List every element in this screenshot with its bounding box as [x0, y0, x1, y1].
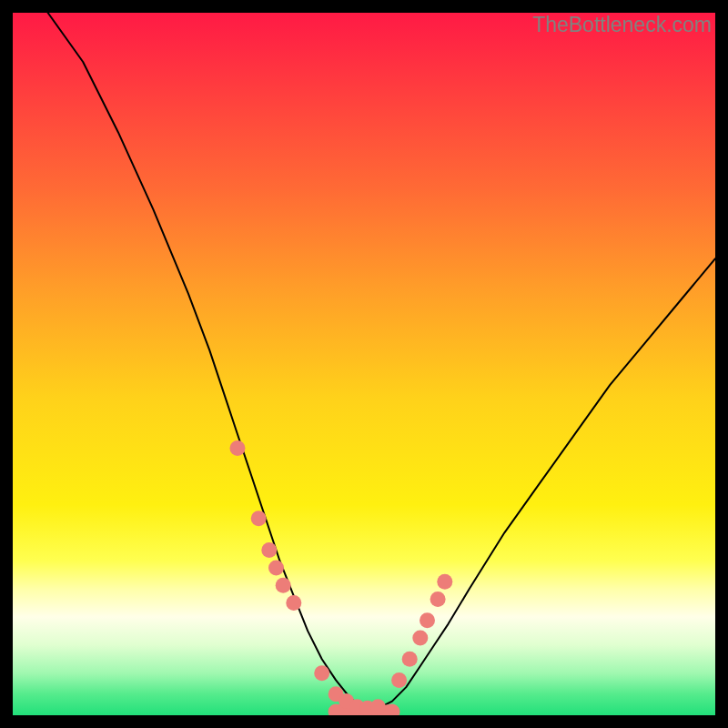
data-point [261, 542, 277, 558]
chart-plot-area [13, 13, 715, 715]
data-point [391, 672, 407, 688]
data-point [430, 592, 446, 607]
data-point [402, 652, 418, 667]
data-point [437, 574, 452, 590]
curve-left-curve [48, 13, 379, 713]
curve-right-curve [350, 258, 715, 713]
data-point [314, 665, 329, 681]
chart-curves [13, 13, 715, 715]
data-point [230, 440, 246, 456]
data-point [268, 560, 284, 575]
watermark-text: TheBottleneck.com [532, 13, 712, 37]
data-point [420, 612, 435, 628]
data-point [276, 578, 291, 593]
data-point [286, 595, 301, 611]
data-point [251, 511, 267, 526]
data-point [412, 631, 428, 646]
data-point [370, 699, 386, 714]
